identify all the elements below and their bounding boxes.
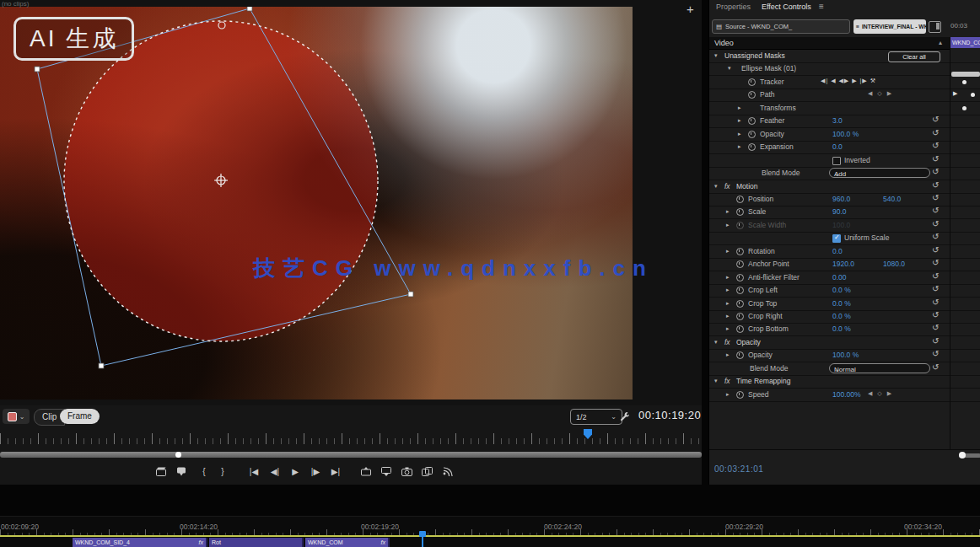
expand-chevron-icon[interactable]: ▸: [726, 222, 730, 228]
param-value-2[interactable]: 1080.0: [883, 260, 905, 268]
reset-parameter-button[interactable]: ↺: [932, 245, 939, 255]
reset-parameter-button[interactable]: ↺: [932, 115, 939, 124]
add-marker-button[interactable]: [173, 464, 190, 479]
expand-chevron-icon[interactable]: ▸: [738, 131, 741, 137]
collapse-chevron-icon[interactable]: ▾: [728, 65, 731, 72]
monitor-mini-timeline-ruler[interactable]: [0, 428, 702, 450]
toggle-animation-stopwatch-icon[interactable]: [736, 222, 744, 229]
extract-button[interactable]: [378, 464, 395, 479]
param-value[interactable]: 3.0: [832, 116, 843, 125]
step-forward-button[interactable]: |▶: [307, 464, 324, 479]
lane-navigator-bar[interactable]: [951, 72, 980, 77]
toggle-animation-stopwatch-icon[interactable]: [736, 351, 744, 359]
param-value[interactable]: 960.0: [832, 195, 850, 203]
toggle-animation-stopwatch-icon[interactable]: [736, 287, 744, 294]
reset-parameter-button[interactable]: ↺: [932, 271, 939, 281]
expand-chevron-icon[interactable]: ▸: [726, 313, 730, 319]
reset-parameter-button[interactable]: ↺: [932, 232, 939, 241]
source-clip-tab-button[interactable]: ▤ Source - WKND_COM_: [712, 19, 850, 34]
param-value[interactable]: 100.0 %: [832, 351, 859, 359]
reset-parameter-button[interactable]: ↺: [932, 219, 939, 228]
expand-chevron-icon[interactable]: ▸: [726, 325, 730, 332]
monitor-settings-wrench-icon[interactable]: [620, 410, 630, 425]
go-to-out-button[interactable]: ▶|: [327, 464, 344, 479]
video-frame[interactable]: [0, 7, 633, 400]
toggle-animation-stopwatch-icon[interactable]: [736, 391, 744, 399]
monitor-scrollbar-handle[interactable]: [175, 452, 181, 458]
clear-all-button[interactable]: Clear all: [888, 51, 940, 62]
toggle-animation-stopwatch-icon[interactable]: [736, 260, 744, 268]
timeline-clip[interactable]: WKND_COM_SID_4fx: [73, 538, 207, 547]
collapse-chevron-icon[interactable]: ▾: [714, 378, 718, 384]
expand-chevron-icon[interactable]: ▸: [726, 391, 730, 398]
panel-menu-icon[interactable]: ≡: [819, 2, 824, 11]
reset-parameter-button[interactable]: ↺: [932, 141, 939, 150]
sequence-tab-button[interactable]: ≡ INTERVIEW_FINAL - WKND_: [853, 19, 926, 34]
toggle-animation-stopwatch-icon[interactable]: [736, 325, 744, 333]
video-section-header[interactable]: Video ▴: [709, 37, 950, 50]
reset-parameter-button[interactable]: ↺: [932, 362, 939, 372]
toggle-animation-stopwatch-icon[interactable]: [748, 117, 756, 125]
comparison-view-button[interactable]: [418, 464, 435, 479]
tab-effect-controls[interactable]: Effect Controls: [762, 3, 811, 11]
keyframe-nav-buttons[interactable]: ◀ ◇ ▶: [868, 90, 893, 97]
keyframe-nav-buttons[interactable]: ◀ ◇ ▶: [868, 390, 893, 397]
reset-parameter-button[interactable]: ↺: [932, 167, 939, 176]
expand-chevron-icon[interactable]: ▸: [738, 143, 741, 150]
play-button[interactable]: ▶: [287, 464, 304, 479]
expand-chevron-icon[interactable]: ▸: [726, 300, 730, 307]
multicam-button[interactable]: [439, 464, 455, 479]
reset-parameter-button[interactable]: ↺: [932, 258, 939, 267]
param-value[interactable]: 100.00%: [832, 390, 861, 399]
blend-mode-select[interactable]: Normal⌄: [829, 363, 930, 373]
blend-mode-select[interactable]: Add⌄: [829, 168, 930, 178]
reset-parameter-button[interactable]: ↺: [932, 349, 939, 358]
collapse-chevron-icon[interactable]: ▾: [714, 339, 718, 346]
toggle-animation-stopwatch-icon[interactable]: [748, 78, 756, 86]
reset-parameter-button[interactable]: ↺: [932, 128, 939, 137]
reset-parameter-button[interactable]: ↺: [932, 193, 939, 202]
keyframe-dot[interactable]: [962, 106, 967, 110]
expand-chevron-icon[interactable]: ▸: [738, 105, 741, 111]
toggle-animation-stopwatch-icon[interactable]: [736, 300, 744, 308]
param-value[interactable]: 100.0 %: [832, 130, 859, 138]
param-value[interactable]: 0.0 %: [832, 324, 851, 333]
monitor-scrollbar[interactable]: [0, 452, 702, 458]
param-value[interactable]: 90.0: [832, 207, 847, 216]
collapse-chevron-icon[interactable]: ▾: [714, 52, 718, 59]
lane-play-icon[interactable]: ▶: [953, 90, 957, 97]
toggle-animation-stopwatch-icon[interactable]: [736, 208, 744, 216]
toggle-animation-stopwatch-icon[interactable]: [736, 196, 744, 203]
inverted-checkbox[interactable]: [832, 157, 841, 165]
param-value[interactable]: 0.0 %: [832, 299, 851, 308]
expand-chevron-icon[interactable]: ▸: [726, 208, 730, 215]
expand-chevron-icon[interactable]: ▸: [726, 287, 730, 293]
reset-parameter-button[interactable]: ↺: [932, 323, 939, 332]
mark-out-button[interactable]: }: [214, 464, 231, 479]
reset-parameter-button[interactable]: ↺: [932, 336, 939, 346]
timeline-clip[interactable]: WKND_COMfx: [305, 538, 390, 547]
tab-properties[interactable]: Properties: [716, 3, 751, 11]
param-value-2[interactable]: 540.0: [883, 195, 901, 203]
param-value[interactable]: 0.0 %: [832, 286, 851, 294]
timeline-playhead[interactable]: [419, 531, 426, 537]
toggle-animation-stopwatch-icon[interactable]: [748, 91, 756, 99]
mark-in-button[interactable]: {: [196, 464, 213, 479]
param-value[interactable]: 0.0: [832, 142, 843, 151]
toggle-animation-stopwatch-icon[interactable]: [736, 248, 744, 255]
uniform-scale-checkbox[interactable]: [832, 234, 841, 243]
toggle-animation-stopwatch-icon[interactable]: [736, 313, 744, 320]
expand-chevron-icon[interactable]: ▸: [726, 248, 730, 255]
param-value[interactable]: 0.00: [832, 273, 847, 282]
toggle-animation-stopwatch-icon[interactable]: [736, 274, 744, 282]
add-button[interactable]: +: [687, 2, 694, 16]
expand-chevron-icon[interactable]: ▸: [726, 274, 730, 281]
toggle-animation-stopwatch-icon[interactable]: [748, 131, 756, 138]
reset-parameter-button[interactable]: ↺: [932, 206, 939, 215]
lift-button[interactable]: [358, 464, 374, 479]
param-value[interactable]: 0.0 %: [832, 312, 851, 320]
reset-parameter-button[interactable]: ↺: [932, 154, 939, 164]
frame-toggle-button[interactable]: Frame: [60, 409, 100, 424]
settings-slate-icon[interactable]: [153, 464, 170, 479]
collapse-chevron-icon[interactable]: ▾: [714, 183, 718, 190]
